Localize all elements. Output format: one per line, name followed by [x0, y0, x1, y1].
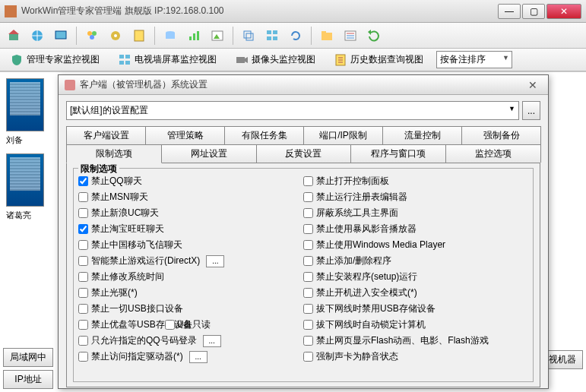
checkbox-label: 禁止一切USB接口设备 — [91, 302, 183, 315]
restrict-checkbox[interactable]: 屏蔽系统工具主界面 — [303, 205, 528, 221]
usb-readonly-checkbox[interactable]: U盘只读 — [165, 318, 211, 331]
users-icon[interactable] — [81, 25, 103, 46]
tab-url[interactable]: 网址设置 — [161, 144, 257, 163]
sort-combo[interactable]: 按备注排序 — [436, 51, 512, 68]
restrict-checkbox[interactable]: 禁止使用暴风影音播放器 — [303, 221, 528, 237]
checkbox-input[interactable] — [303, 320, 313, 330]
checkbox-input[interactable] — [78, 272, 88, 282]
checkbox-input[interactable] — [303, 256, 313, 266]
sync-icon[interactable] — [285, 25, 306, 46]
globe-icon[interactable] — [27, 25, 48, 46]
tab-port-ip[interactable]: 端口/IP限制 — [303, 126, 383, 144]
more-button[interactable]: ... — [206, 255, 224, 267]
restrict-checkbox[interactable]: 禁止中国移动飞信聊天 — [78, 237, 303, 253]
restrict-checkbox[interactable]: 强制声卡为静音状态 — [303, 349, 528, 365]
chart-icon[interactable] — [183, 25, 204, 46]
more-button[interactable]: ... — [203, 335, 221, 347]
view-history[interactable]: 历史数据查询视图 — [328, 50, 429, 70]
checkbox-input[interactable] — [78, 320, 88, 330]
restrict-checkbox[interactable]: 拔下网线时自动锁定计算机 — [303, 317, 528, 333]
checkbox-input[interactable] — [78, 352, 88, 362]
restrict-checkbox[interactable]: 禁止光驱(*) — [78, 285, 303, 301]
checkbox-label: 禁止添加/删除程序 — [316, 254, 391, 267]
monitor-icon[interactable] — [50, 25, 71, 46]
checkbox-input[interactable] — [303, 240, 313, 250]
restrict-checkbox[interactable]: 禁止使用Windows Media Player — [303, 237, 528, 253]
restrict-checkbox[interactable]: 禁止新浪UC聊天 — [78, 205, 303, 221]
maximize-button[interactable]: ▢ — [522, 4, 545, 19]
restrict-checkbox[interactable]: 禁止QQ聊天 — [78, 173, 303, 189]
thumb-label: 刘备 — [6, 134, 52, 146]
tab-policy[interactable]: 管理策略 — [145, 126, 225, 144]
checkbox-input[interactable] — [78, 240, 88, 250]
restrict-checkbox[interactable]: 禁止安装程序(setup)运行 — [303, 269, 528, 285]
restrict-checkbox[interactable]: 禁止访问指定驱动器(*)... — [78, 349, 303, 365]
checkbox-input[interactable] — [78, 208, 88, 218]
screens-icon[interactable] — [261, 25, 283, 46]
restrict-checkbox[interactable]: 禁止优盘等USB存储设备U盘只读 — [78, 317, 303, 333]
db-icon[interactable] — [160, 25, 181, 46]
tab-monitor-opts[interactable]: 监控选项 — [445, 144, 541, 163]
checkbox-input[interactable] — [303, 288, 313, 298]
svg-marker-30 — [368, 30, 371, 35]
restrict-checkbox[interactable]: 智能禁止游戏运行(DirectX)... — [78, 253, 303, 269]
restrict-checkbox[interactable]: 禁止添加/删除程序 — [303, 253, 528, 269]
tab-client-settings[interactable]: 客户端设置 — [66, 126, 146, 144]
minimize-button[interactable]: — — [498, 4, 521, 19]
restrict-checkbox[interactable]: 禁止打开控制面板 — [303, 173, 528, 189]
restrict-checkbox[interactable]: 禁止修改系统时间 — [78, 269, 303, 285]
checkbox-input[interactable] — [165, 320, 175, 330]
checkbox-input[interactable] — [78, 304, 88, 314]
checkbox-input[interactable] — [78, 192, 88, 202]
tab-programs[interactable]: 程序与窗口项 — [350, 144, 446, 163]
gear-icon[interactable] — [105, 25, 126, 46]
checkbox-input[interactable] — [303, 272, 313, 282]
restrict-checkbox[interactable]: 禁止MSN聊天 — [78, 189, 303, 205]
folder-icon[interactable] — [316, 25, 337, 46]
tab-antiporn[interactable]: 反黄设置 — [256, 144, 352, 163]
lan-button[interactable]: 局域网中 — [3, 348, 53, 367]
home-icon[interactable] — [3, 25, 24, 46]
refresh-icon[interactable] — [363, 25, 385, 46]
restrict-checkbox[interactable]: 禁止网页显示Flash动画、电影、Flash游戏 — [303, 333, 528, 349]
restrict-checkbox[interactable]: 禁止运行注册表编辑器 — [303, 189, 528, 205]
copy-icon[interactable] — [238, 25, 259, 46]
checkbox-input[interactable] — [78, 336, 88, 346]
svg-rect-20 — [267, 30, 271, 34]
checkbox-input[interactable] — [303, 336, 313, 346]
view-tvwall[interactable]: 电视墙屏幕监控视图 — [112, 50, 222, 70]
ip-button[interactable]: IP地址 — [3, 370, 53, 389]
image-icon[interactable] — [207, 25, 228, 46]
config-combo[interactable]: [默认组]的设置配置 — [66, 101, 519, 120]
restrict-checkbox[interactable]: 只允许指定的QQ号码登录... — [78, 333, 303, 349]
restrict-checkbox[interactable]: 禁止开机进入安全模式(*) — [303, 285, 528, 301]
view-camera[interactable]: 摄像头监控视图 — [230, 50, 321, 70]
tab-tasks[interactable]: 有限任务集 — [224, 126, 304, 144]
restrict-checkbox[interactable]: 禁止一切USB接口设备 — [78, 301, 303, 317]
checkbox-input[interactable] — [303, 208, 313, 218]
tab-traffic[interactable]: 流量控制 — [382, 126, 462, 144]
list-icon[interactable] — [340, 25, 361, 46]
close-button[interactable]: ✕ — [546, 4, 581, 19]
tab-backup[interactable]: 强制备份 — [461, 126, 541, 144]
restrict-checkbox[interactable]: 禁止淘宝旺旺聊天 — [78, 221, 303, 237]
checkbox-input[interactable] — [303, 352, 313, 362]
checkbox-input[interactable] — [78, 224, 88, 234]
checkbox-input[interactable] — [78, 256, 88, 266]
desktop-thumb[interactable] — [6, 78, 44, 131]
checkbox-input[interactable] — [78, 176, 88, 186]
more-button[interactable]: ... — [189, 351, 207, 363]
checkbox-input[interactable] — [303, 176, 313, 186]
checkbox-input[interactable] — [303, 224, 313, 234]
checkbox-input[interactable] — [303, 192, 313, 202]
dialog-close-button[interactable]: ✕ — [524, 79, 542, 91]
checkbox-input[interactable] — [303, 304, 313, 314]
view-monitor[interactable]: 管理专家监控视图 — [5, 50, 105, 70]
browse-button[interactable]: ... — [522, 101, 540, 120]
checkbox-input[interactable] — [78, 288, 88, 298]
note-icon[interactable] — [128, 25, 150, 46]
tab-restrict[interactable]: 限制选项 — [66, 144, 162, 163]
desktop-thumb[interactable] — [6, 153, 44, 207]
restrict-checkbox[interactable]: 拔下网线时禁用USB存储设备 — [303, 301, 528, 317]
checkbox-label: 拔下网线时自动锁定计算机 — [316, 318, 426, 331]
